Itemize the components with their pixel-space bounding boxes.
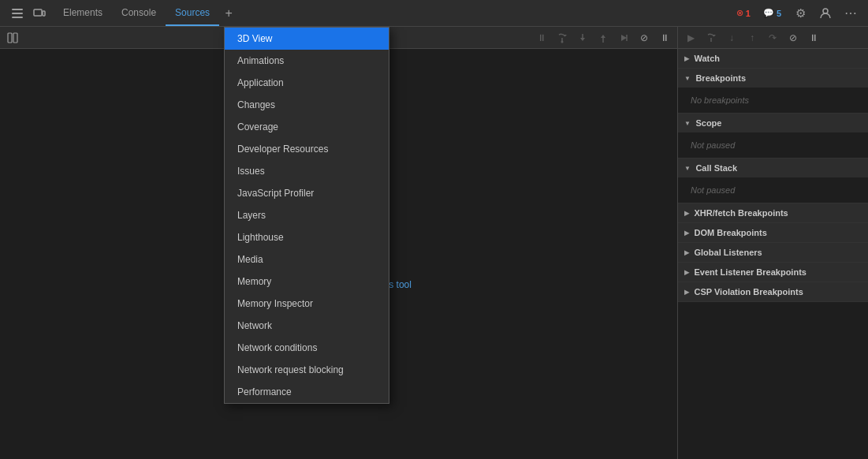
drawer-dropdown-menu: 3D View Animations Application Changes C…: [224, 27, 389, 404]
breakpoints-header[interactable]: ▼ Breakpoints: [678, 69, 868, 88]
debug-pause-exceptions[interactable]: ⏸: [804, 28, 823, 47]
svg-rect-1: [12, 13, 23, 14]
pause-on-exceptions-button[interactable]: ⏸: [655, 28, 674, 47]
resume-button[interactable]: ▶: [681, 28, 700, 47]
menu-item-changes[interactable]: Changes: [225, 94, 389, 116]
dom-breakpoints-arrow: ▶: [684, 230, 690, 237]
toggle-navigator-button[interactable]: [3, 28, 22, 47]
debug-step-out[interactable]: ↑: [743, 28, 762, 47]
event-listener-header[interactable]: ▶ Event Listener Breakpoints: [678, 263, 868, 282]
csp-violation-section: ▶ CSP Violation Breakpoints: [678, 282, 868, 302]
scope-section: ▼ Scope Not paused: [678, 114, 868, 159]
menu-item-animations[interactable]: Animations: [225, 50, 389, 72]
call-stack-section: ▼ Call Stack Not paused: [678, 159, 868, 203]
tab-elements[interactable]: Elements: [54, 0, 112, 26]
scope-arrow: ▼: [684, 120, 691, 127]
call-stack-not-paused: Not paused: [678, 181, 868, 200]
toggle-drawer-button[interactable]: [6, 2, 28, 24]
global-listeners-label: Global Listeners: [695, 248, 762, 257]
global-listeners-header[interactable]: ▶ Global Listeners: [678, 243, 868, 262]
main-area: ⏸: [0, 27, 868, 459]
dom-breakpoints-section: ▶ DOM Breakpoints: [678, 223, 868, 243]
profile-button[interactable]: [814, 2, 836, 24]
breakpoints-content: No breakpoints: [678, 88, 868, 113]
menu-item-lighthouse[interactable]: Lighthouse: [225, 226, 389, 248]
debug-step-into[interactable]: ↓: [722, 28, 741, 47]
errors-badge[interactable]: ⊗ 1: [732, 6, 755, 20]
debug-step[interactable]: ↷: [763, 28, 782, 47]
step-button[interactable]: [614, 28, 633, 47]
svg-rect-7: [13, 33, 17, 43]
tab-sources[interactable]: Sources: [166, 0, 219, 26]
debug-step-over[interactable]: [702, 28, 721, 47]
event-listener-arrow: ▶: [684, 269, 690, 276]
csp-violation-arrow: ▶: [684, 289, 690, 296]
breakpoints-label: Breakpoints: [695, 73, 746, 83]
menu-item-memory-inspector[interactable]: Memory Inspector: [225, 293, 389, 315]
more-button[interactable]: ⋯: [840, 2, 862, 24]
breakpoints-arrow: ▼: [684, 75, 691, 82]
top-toolbar: Elements Console Sources + ⊗ 1 💬 5 ⚙ ⋯: [0, 0, 868, 27]
scope-content: Not paused: [678, 132, 868, 158]
error-icon: ⊗: [736, 8, 743, 18]
debug-deactivate[interactable]: ⊘: [784, 28, 803, 47]
scope-not-paused: Not paused: [678, 136, 868, 155]
step-out-button[interactable]: [594, 28, 613, 47]
watch-header[interactable]: ▶ Watch: [678, 49, 868, 68]
call-stack-content: Not paused: [678, 177, 868, 203]
menu-item-issues[interactable]: Issues: [225, 160, 389, 182]
svg-point-5: [823, 9, 828, 13]
settings-button[interactable]: ⚙: [789, 2, 811, 24]
warning-icon: 💬: [763, 8, 774, 18]
watch-label: Watch: [695, 54, 721, 63]
global-listeners-arrow: ▶: [684, 249, 690, 256]
menu-item-network-request-blocking[interactable]: Network request blocking: [225, 359, 389, 381]
call-stack-arrow: ▼: [684, 165, 691, 172]
menu-item-memory[interactable]: Memory: [225, 271, 389, 293]
warnings-count: 5: [777, 9, 781, 18]
scope-label: Scope: [695, 118, 721, 128]
left-panel: ⏸: [0, 27, 678, 459]
menu-item-media[interactable]: Media: [225, 248, 389, 271]
debug-toolbar: ▶ ↓ ↑ ↷ ⊘ ⏸: [678, 27, 868, 49]
add-tab-button[interactable]: +: [219, 4, 238, 23]
menu-item-performance[interactable]: Performance: [225, 381, 389, 403]
svg-rect-2: [12, 17, 23, 18]
menu-item-3d-view[interactable]: 3D View: [225, 28, 389, 50]
event-listener-section: ▶ Event Listener Breakpoints: [678, 263, 868, 282]
xhr-fetch-header[interactable]: ▶ XHR/fetch Breakpoints: [678, 203, 868, 222]
deactivate-breakpoints-button[interactable]: ⊘: [635, 28, 654, 47]
step-into-button[interactable]: [573, 28, 592, 47]
svg-rect-6: [8, 33, 12, 43]
watch-section: ▶ Watch: [678, 49, 868, 69]
scope-header[interactable]: ▼ Scope: [678, 114, 868, 132]
menu-item-network-conditions[interactable]: Network conditions: [225, 337, 389, 359]
tab-console[interactable]: Console: [112, 0, 166, 26]
svg-rect-3: [34, 9, 42, 16]
csp-violation-label: CSP Violation Breakpoints: [695, 287, 803, 297]
menu-item-coverage[interactable]: Coverage: [225, 116, 389, 138]
device-toolbar-button[interactable]: [28, 2, 50, 24]
pause-button[interactable]: ⏸: [532, 28, 551, 47]
xhr-fetch-section: ▶ XHR/fetch Breakpoints: [678, 203, 868, 223]
no-breakpoints-text: No breakpoints: [678, 91, 868, 110]
svg-point-10: [561, 40, 564, 43]
step-over-button[interactable]: [553, 28, 572, 47]
menu-item-network[interactable]: Network: [225, 315, 389, 337]
errors-count: 1: [746, 9, 751, 18]
warnings-badge[interactable]: 💬 5: [758, 6, 786, 20]
xhr-fetch-label: XHR/fetch Breakpoints: [695, 208, 788, 218]
menu-item-javascript-profiler[interactable]: JavaScript Profiler: [225, 182, 389, 204]
xhr-fetch-arrow: ▶: [684, 210, 690, 217]
toolbar-right: ⊗ 1 💬 5 ⚙ ⋯: [732, 2, 862, 24]
call-stack-header[interactable]: ▼ Call Stack: [678, 159, 868, 177]
global-listeners-section: ▶ Global Listeners: [678, 243, 868, 263]
menu-item-developer-resources[interactable]: Developer Resources: [225, 138, 389, 160]
menu-item-application[interactable]: Application: [225, 72, 389, 94]
svg-marker-13: [601, 35, 605, 38]
dom-breakpoints-label: DOM Breakpoints: [695, 228, 767, 237]
menu-item-layers[interactable]: Layers: [225, 204, 389, 226]
watch-arrow: ▶: [684, 55, 690, 62]
dom-breakpoints-header[interactable]: ▶ DOM Breakpoints: [678, 223, 868, 242]
csp-violation-header[interactable]: ▶ CSP Violation Breakpoints: [678, 282, 868, 301]
